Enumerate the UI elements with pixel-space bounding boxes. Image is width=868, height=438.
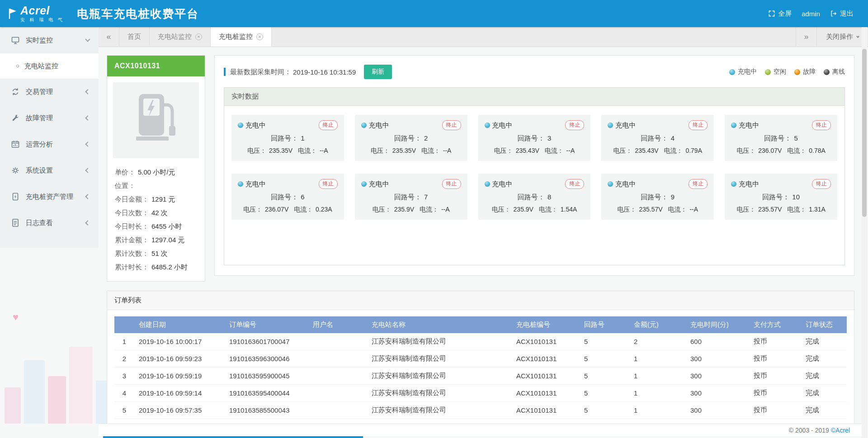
tabs-scroll-left-button[interactable]: «	[99, 27, 119, 47]
device-id: ACX1010131	[107, 56, 205, 76]
sidebar-subitem-station-monitor[interactable]: 充电站监控	[0, 53, 99, 79]
voltage-label: 电压：	[613, 147, 632, 154]
tab-home[interactable]: 首页	[119, 27, 150, 47]
acrel-logo: Acrel 安 科 瑞 电 气	[8, 5, 64, 23]
logout-button[interactable]: 退出	[827, 8, 856, 20]
sidebar-item-fault[interactable]: 故障管理	[0, 105, 99, 131]
circuit-number: 4	[671, 134, 675, 142]
sidebar-item-logs[interactable]: 日志查看	[0, 210, 99, 236]
sidebar-item-asset-management[interactable]: 充电桩资产管理	[0, 184, 99, 210]
monitor-icon	[11, 36, 20, 45]
cell-order-number: 1910163601700047	[225, 333, 308, 350]
orders-table: 创建日期订单编号用户名充电站名称充电桩编号回路号金额(元)充电时间(分)支付方式…	[114, 316, 847, 419]
status-label: 充电中	[615, 121, 636, 130]
close-operations-button[interactable]: 关闭操作	[816, 27, 868, 47]
fullscreen-button[interactable]: 全屏	[765, 8, 794, 20]
stat-label: 今日金额：	[115, 193, 149, 206]
voltage-label: 电压：	[373, 206, 392, 213]
circuit-label: 回路号：	[518, 193, 545, 201]
gear-icon	[11, 166, 20, 175]
refresh-button[interactable]: 刷新	[364, 65, 392, 79]
terminate-button[interactable]: 终止	[565, 179, 584, 189]
circuit-number: 3	[547, 134, 551, 142]
cell-pile-number: ACX1010131	[512, 333, 580, 350]
logo-text: Acrel	[20, 5, 64, 16]
circuit-card: 充电中 终止 回路号： 7	[355, 174, 467, 220]
terminate-button[interactable]: 终止	[442, 179, 461, 189]
fault-icon	[11, 113, 20, 122]
sidebar-item-label: 交易管理	[26, 88, 53, 96]
chevron-left-icon	[85, 89, 90, 94]
username[interactable]: admin	[799, 8, 823, 19]
charging-pile-icon	[11, 192, 20, 201]
cell-username	[308, 385, 367, 402]
current-value: 0.79A	[685, 147, 702, 154]
charging-status-dot	[238, 122, 243, 128]
voltage-value: 235.35V	[392, 147, 416, 154]
vertical-scrollbar-thumb[interactable]	[862, 49, 867, 217]
legend-label: 空闲	[774, 68, 786, 76]
device-stat: 位置：	[113, 179, 199, 193]
terminate-button[interactable]: 终止	[442, 120, 461, 130]
charging-status-dot	[731, 181, 736, 187]
tab-pile-monitor[interactable]: 充电桩监控 ×	[211, 27, 272, 47]
cell-circuit-number: 5	[580, 385, 629, 402]
cell-pile-number: ACX1010131	[512, 402, 580, 419]
cell-station-name: 江苏安科瑞制造有限公司	[367, 350, 512, 367]
current-value: --A	[320, 147, 328, 154]
terminate-button[interactable]: 终止	[565, 120, 584, 130]
device-panel: ACX1010131	[107, 55, 205, 282]
terminate-button[interactable]: 终止	[689, 179, 708, 189]
tab-label: 充电站监控	[158, 33, 192, 41]
tab-bar: « 首页 充电站监控 × 充电桩监控 × » 关闭操作	[99, 27, 868, 47]
terminate-button[interactable]: 终止	[812, 120, 831, 130]
sidebar-subitem-label: 充电站监控	[24, 62, 58, 71]
cell-order-number: 1910163595900045	[225, 367, 308, 385]
cell-pile-number: ACX1010131	[512, 350, 580, 367]
voltage-value: 235.57V	[639, 206, 662, 213]
circuit-label: 回路号：	[394, 193, 421, 201]
circuit-number: 10	[792, 193, 800, 201]
cell-station-name: 江苏安科瑞制造有限公司	[367, 402, 512, 419]
vertical-scrollbar-track[interactable]	[862, 27, 867, 438]
current-value: --A	[566, 147, 575, 154]
circuit-label: 回路号：	[518, 134, 545, 142]
monitor-topbar: 最新数据采集时间： 2019-10-16 10:31:59 刷新 充电中	[224, 65, 845, 79]
sidebar-item-transaction[interactable]: 交易管理	[0, 79, 99, 105]
cell-charge-minutes: 300	[686, 402, 749, 419]
terminate-button[interactable]: 终止	[689, 120, 708, 130]
legend-label: 离线	[832, 68, 845, 76]
charging-status-dot	[608, 122, 613, 128]
charging-status-dot	[608, 181, 613, 187]
stat-value: 51 次	[151, 247, 168, 260]
close-tab-icon[interactable]: ×	[256, 33, 263, 40]
circuit-card: 充电中 终止 回路号： 9	[601, 174, 714, 220]
cell-charge-minutes: 300	[686, 367, 749, 385]
row-index: 4	[114, 385, 134, 402]
current-label: 电流：	[787, 206, 806, 213]
tabs-scroll-right-button[interactable]: »	[796, 27, 816, 47]
cell-circuit-number: 5	[580, 350, 629, 367]
collect-time-value: 2019-10-16 10:31:59	[293, 68, 356, 76]
sidebar-item-analysis[interactable]: 运营分析	[0, 131, 99, 157]
current-value: --A	[443, 147, 452, 154]
close-tab-icon[interactable]: ×	[195, 33, 202, 40]
charging-status-dot	[238, 181, 243, 187]
sidebar-item-label: 实时监控	[26, 36, 53, 45]
terminate-button[interactable]: 终止	[812, 179, 831, 189]
sidebar-submenu: 充电站监控	[0, 53, 99, 79]
cell-station-name: 江苏安科瑞制造有限公司	[367, 367, 512, 385]
terminate-button[interactable]: 终止	[319, 179, 338, 189]
sidebar-item-settings[interactable]: 系统设置	[0, 157, 99, 184]
status-label: 充电中	[369, 180, 389, 188]
column-header: 回路号	[580, 316, 629, 333]
tab-station-monitor[interactable]: 充电站监控 ×	[150, 27, 211, 47]
status-dot	[794, 69, 800, 75]
terminate-button[interactable]: 终止	[319, 120, 338, 130]
sidebar-item-realtime-monitor[interactable]: 实时监控	[0, 27, 99, 53]
logo-subtext: 安 科 瑞 电 气	[20, 17, 64, 23]
horizontal-scrollbar-thumb[interactable]	[103, 436, 363, 438]
cell-amount: 2	[629, 333, 686, 350]
legend-item: 故障	[794, 68, 816, 76]
cell-username	[308, 367, 367, 385]
